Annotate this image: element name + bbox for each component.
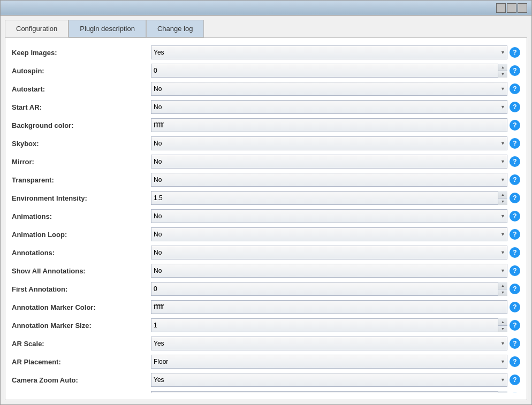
form-control-wrap: ▲▼? [151,282,520,296]
select-input[interactable]: YesNo [151,337,507,350]
spinner-input[interactable] [151,64,507,78]
form-row: Autospin:▲▼? [12,63,520,79]
help-button[interactable]: ? [510,302,520,312]
form-label: Show All Annotations: [12,267,151,275]
select-input[interactable]: NoYes [151,173,507,187]
content-area: Configuration Plugin description Change … [1,16,531,404]
help-button[interactable]: ? [510,320,520,331]
spinner-down-button[interactable]: ▼ [498,198,507,205]
form-control-wrap: NoYes? [151,155,520,169]
text-input[interactable] [151,118,507,132]
tab-bar: Configuration Plugin description Change … [5,20,527,37]
select-input[interactable]: NoYes [151,209,507,223]
form-control-wrap: ▲▼? [151,318,520,332]
form-control-wrap: NoYes? [151,246,520,259]
form-control-wrap: NoYes? [151,100,520,114]
help-button[interactable]: ? [510,120,520,131]
form-scroll[interactable]: Keep Images:YesNo?Autospin:▲▼?Autostart:… [12,44,520,393]
tab-configuration[interactable]: Configuration [5,20,69,37]
spinner-up-button[interactable]: ▲ [498,64,507,71]
select-input[interactable]: NoYes [151,136,507,150]
select-input[interactable]: NoYes [151,246,507,259]
select-wrap: NoYes [151,173,507,187]
help-button[interactable]: ? [510,174,520,185]
help-button[interactable]: ? [510,338,520,349]
text-input[interactable] [151,300,507,314]
form-row: AR Placement:FloorWallCeiling? [12,354,520,370]
spinner-down-button[interactable]: ▼ [498,71,507,78]
help-button[interactable]: ? [510,47,520,58]
window-controls [496,3,527,13]
spinner-buttons: ▲▼ [498,282,507,296]
spinner-up-button[interactable]: ▲ [498,191,507,198]
select-input[interactable]: FloorWallCeiling [151,355,507,369]
close-button[interactable] [518,3,527,13]
spinner-up-button[interactable]: ▲ [498,318,507,326]
form-label: Autostart: [12,85,151,93]
select-input[interactable]: NoYes [151,100,507,114]
select-input[interactable]: YesNo [151,45,507,59]
spinner-input[interactable] [151,318,507,332]
help-button[interactable]: ? [510,375,520,385]
form-control-wrap: YesNo? [151,45,520,59]
spinner-input[interactable] [151,282,507,296]
spinner-wrap: ▲▼ [151,64,507,78]
form-control-wrap: NoYes? [151,173,520,187]
spinner-up-button[interactable]: ▲ [498,391,507,393]
tab-panel: Keep Images:YesNo?Autospin:▲▼?Autostart:… [5,37,527,400]
form-row: Transparent:NoYes? [12,172,520,188]
spinner-input[interactable] [151,191,507,205]
help-button[interactable]: ? [510,229,520,240]
spinner-buttons: ▲▼ [498,64,507,78]
select-input[interactable]: NoYes [151,82,507,96]
help-button[interactable]: ? [510,102,520,112]
select-input[interactable]: YesNo [151,373,507,387]
help-button[interactable]: ? [510,265,520,276]
minimize-button[interactable] [496,3,506,13]
select-wrap: YesNo [151,337,507,350]
spinner-buttons: ▲▼ [498,318,507,332]
help-button[interactable]: ? [510,247,520,258]
form-row: First Annotation:▲▼? [12,281,520,297]
form-control-wrap: YesNo? [151,337,520,350]
help-button[interactable]: ? [510,156,520,167]
help-button[interactable]: ? [510,356,520,367]
select-input[interactable]: NoYes [151,264,507,278]
form-row: Camera Zoom Maximum:▲▼? [12,390,520,393]
select-wrap: NoYes [151,155,507,169]
spinner-down-button[interactable]: ▼ [498,326,507,333]
form-label: Camera Zoom Auto: [12,376,151,384]
form-row: Annotation Marker Color:? [12,299,520,315]
form-control-wrap: NoYes? [151,136,520,150]
form-control-wrap: NoYes? [151,209,520,223]
select-input[interactable]: NoYes [151,227,507,241]
tab-change-log[interactable]: Change log [146,20,204,37]
help-button[interactable]: ? [510,284,520,294]
form-label: First Annotation: [12,285,151,293]
form-label: AR Placement: [12,358,151,366]
spinner-wrap: ▲▼ [151,391,507,393]
help-button[interactable]: ? [510,211,520,221]
spinner-input[interactable] [151,391,507,393]
help-button[interactable]: ? [510,65,520,76]
select-wrap: NoYes [151,82,507,96]
form-row: Environment Intensity:▲▼? [12,190,520,206]
form-label: Background color: [12,121,151,129]
form-label: Environment Intensity: [12,194,151,202]
form-control-wrap: NoYes? [151,264,520,278]
help-button[interactable]: ? [510,138,520,149]
help-button[interactable]: ? [510,83,520,94]
spinner-up-button[interactable]: ▲ [498,282,507,289]
tab-plugin-description[interactable]: Plugin description [69,20,146,37]
maximize-button[interactable] [507,3,516,13]
main-window: Configuration Plugin description Change … [0,0,532,405]
help-button[interactable]: ? [510,193,520,203]
form-control-wrap: ▲▼? [151,391,520,393]
spinner-down-button[interactable]: ▼ [498,289,507,296]
select-wrap: NoYes [151,227,507,241]
form-row: Autostart:NoYes? [12,81,520,97]
select-input[interactable]: NoYes [151,155,507,169]
help-button[interactable]: ? [510,393,520,393]
form-row: Skybox:NoYes? [12,135,520,151]
form-control-wrap: FloorWallCeiling? [151,355,520,369]
